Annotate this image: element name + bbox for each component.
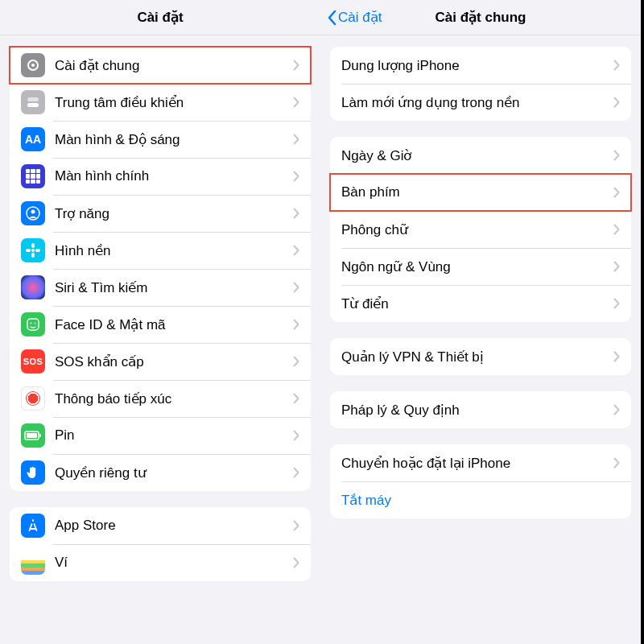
exposure-icon xyxy=(21,386,45,411)
list-row[interactable]: Chuyển hoặc đặt lại iPhone xyxy=(330,444,631,481)
chevron-right-icon xyxy=(613,224,620,235)
row-label: Thông báo tiếp xúc xyxy=(55,390,293,407)
chevron-right-icon xyxy=(293,60,299,71)
list-row[interactable]: Làm mới ứng dụng trong nền xyxy=(330,84,631,121)
general-group-reset: Chuyển hoặc đặt lại iPhoneTắt máy xyxy=(330,444,631,518)
svg-rect-15 xyxy=(27,433,37,438)
list-row[interactable]: Ngôn ngữ & Vùng xyxy=(330,248,631,285)
row-label: Pin xyxy=(55,427,293,444)
chevron-right-icon xyxy=(293,467,299,478)
svg-rect-16 xyxy=(39,434,41,437)
row-label: Tắt máy xyxy=(341,492,620,509)
settings-row-wallet-icon[interactable]: Ví xyxy=(10,544,311,581)
back-button[interactable]: Cài đặt xyxy=(327,9,382,26)
chevron-right-icon xyxy=(613,97,620,108)
chevron-right-icon xyxy=(293,520,299,531)
general-group-vpn: Quản lý VPN & Thiết bị xyxy=(330,338,631,375)
row-label: Hình nền xyxy=(55,242,293,259)
chevron-left-icon xyxy=(327,10,336,26)
row-label: Màn hình & Độ sáng xyxy=(55,131,293,148)
row-label: Màn hình chính xyxy=(55,168,293,184)
row-label: Ví xyxy=(55,555,293,571)
wallet-icon xyxy=(21,551,45,575)
svg-point-13 xyxy=(35,323,36,324)
list-row[interactable]: Quản lý VPN & Thiết bị xyxy=(330,338,631,375)
svg-point-6 xyxy=(31,249,35,252)
row-label: Trung tâm điều khiển xyxy=(55,94,293,111)
row-label: App Store xyxy=(55,518,293,534)
home-screen-icon xyxy=(21,164,45,188)
list-row[interactable]: Pháp lý & Quy định xyxy=(330,391,631,428)
chevron-right-icon xyxy=(293,134,299,145)
settings-row-display-icon[interactable]: AAMàn hình & Độ sáng xyxy=(10,121,311,158)
page-title: Cài đặt xyxy=(137,9,183,26)
settings-row-home-screen-icon[interactable]: Màn hình chính xyxy=(10,158,311,195)
siri-icon xyxy=(21,275,45,299)
chevron-right-icon xyxy=(613,298,620,309)
list-row[interactable]: Phông chữ xyxy=(330,211,631,248)
settings-row-wallpaper-icon[interactable]: Hình nền xyxy=(10,232,311,269)
chevron-right-icon xyxy=(293,208,299,219)
svg-point-8 xyxy=(31,253,35,258)
row-label: Cài đặt chung xyxy=(55,57,293,74)
list-row[interactable]: Từ điển xyxy=(330,285,631,322)
chevron-right-icon xyxy=(293,557,299,568)
privacy-icon xyxy=(21,460,45,485)
settings-row-accessibility-icon[interactable]: Trợ năng xyxy=(10,195,311,232)
svg-point-7 xyxy=(31,243,35,248)
list-row[interactable]: Bàn phím xyxy=(330,174,631,211)
svg-point-1 xyxy=(31,64,35,67)
page-title: Cài đặt chung xyxy=(436,9,526,26)
row-label: Trợ năng xyxy=(55,205,293,222)
row-label: Bàn phím xyxy=(341,184,613,200)
svg-point-5 xyxy=(31,210,35,214)
chevron-right-icon xyxy=(293,97,299,108)
chevron-right-icon xyxy=(613,150,620,161)
settings-row-gear-icon[interactable]: Cài đặt chung xyxy=(10,47,311,84)
chevron-right-icon xyxy=(613,261,620,272)
settings-row-battery-icon[interactable]: Pin xyxy=(10,417,311,454)
chevron-right-icon xyxy=(293,282,299,293)
sos-icon: SOS xyxy=(21,349,45,374)
row-label: SOS khẩn cấp xyxy=(55,353,293,370)
wallpaper-icon xyxy=(21,238,45,262)
header: Cài đặt xyxy=(0,0,320,35)
row-label: Làm mới ứng dụng trong nền xyxy=(341,94,613,111)
settings-row-faceid-icon[interactable]: Face ID & Mật mã xyxy=(10,306,311,343)
list-row[interactable]: Dung lượng iPhone xyxy=(330,47,631,84)
svg-rect-2 xyxy=(27,97,39,101)
gear-icon xyxy=(21,53,45,77)
row-label: Ngày & Giờ xyxy=(341,147,613,164)
row-label: Từ điển xyxy=(341,295,613,312)
chevron-right-icon xyxy=(613,404,620,415)
svg-rect-3 xyxy=(27,103,39,107)
general-group-storage: Dung lượng iPhoneLàm mới ứng dụng trong … xyxy=(330,47,631,121)
chevron-right-icon xyxy=(293,319,299,330)
faceid-icon xyxy=(21,312,45,336)
row-label: Dung lượng iPhone xyxy=(341,57,613,74)
general-group-legal: Pháp lý & Quy định xyxy=(330,391,631,428)
settings-row-sos-icon[interactable]: SOSSOS khẩn cấp xyxy=(10,343,311,380)
chevron-right-icon xyxy=(293,393,299,404)
appstore-icon xyxy=(21,514,45,538)
chevron-right-icon xyxy=(613,457,620,469)
settings-row-exposure-icon[interactable]: Thông báo tiếp xúc xyxy=(10,380,311,417)
svg-rect-11 xyxy=(27,319,39,330)
list-row[interactable]: Tắt máy xyxy=(330,481,631,518)
back-label: Cài đặt xyxy=(338,9,382,26)
settings-group-store: App StoreVí xyxy=(10,507,311,581)
settings-row-siri-icon[interactable]: Siri & Tìm kiếm xyxy=(10,269,311,306)
list-row[interactable]: Ngày & Giờ xyxy=(330,137,631,174)
chevron-right-icon xyxy=(613,60,620,71)
chevron-right-icon xyxy=(293,356,299,367)
settings-row-control-center-icon[interactable]: Trung tâm điều khiển xyxy=(10,84,311,121)
settings-group-main: Cài đặt chungTrung tâm điều khiểnAAMàn h… xyxy=(10,47,311,491)
settings-row-appstore-icon[interactable]: App Store xyxy=(10,507,311,544)
row-label: Ngôn ngữ & Vùng xyxy=(341,258,613,275)
svg-point-9 xyxy=(26,249,31,252)
chevron-right-icon xyxy=(613,187,620,198)
chevron-right-icon xyxy=(293,171,299,182)
chevron-right-icon xyxy=(293,245,299,256)
control-center-icon xyxy=(21,90,45,114)
settings-row-privacy-icon[interactable]: Quyền riêng tư xyxy=(10,454,311,491)
